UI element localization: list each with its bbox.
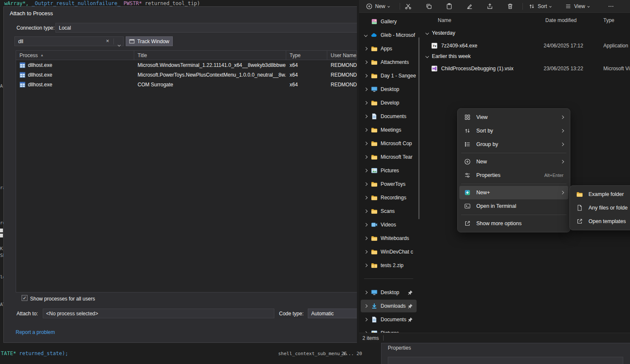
code-token: PWSTR* bbox=[121, 0, 145, 6]
context-menu-item-open-in-terminal[interactable]: Open in Terminal bbox=[459, 199, 568, 213]
process-row[interactable]: dllhost.exe Microsoft.PowerToys.NewPlusC… bbox=[16, 70, 357, 80]
nav-item-videos[interactable]: Videos bbox=[361, 218, 417, 231]
copy-button[interactable] bbox=[422, 1, 436, 11]
context-menu-item-properties[interactable]: Properties Alt+Enter bbox=[459, 168, 568, 182]
chevron-right-icon[interactable] bbox=[364, 156, 368, 158]
code-type-value: Automatic bbox=[311, 311, 334, 317]
submenu-item-any-files[interactable]: Any files or folde bbox=[572, 201, 630, 215]
items-count: 2 items bbox=[362, 335, 379, 341]
new-button[interactable]: New bbox=[362, 1, 393, 11]
chevron-down-icon[interactable] bbox=[364, 34, 368, 36]
chevron-right-icon[interactable] bbox=[364, 196, 368, 199]
share-button[interactable] bbox=[483, 1, 497, 11]
context-menu-item-view[interactable]: View bbox=[459, 110, 568, 124]
nav-item-onedrive-gleb[interactable]: Gleb - Microsof bbox=[361, 29, 417, 41]
nav-item-windevchat[interactable]: WinDevChat c bbox=[361, 245, 417, 258]
column-header-title[interactable]: Title bbox=[134, 51, 286, 60]
chevron-right-icon[interactable] bbox=[364, 251, 368, 253]
nav-item-recordings[interactable]: Recordings bbox=[361, 191, 417, 204]
sort-button[interactable]: Sort bbox=[525, 1, 555, 11]
column-header-process[interactable]: Process ▲ bbox=[16, 51, 134, 60]
submenu-item-open-templates[interactable]: Open templates bbox=[572, 215, 630, 228]
nav-item-desktop-pinned[interactable]: Desktop bbox=[361, 286, 417, 299]
chevron-right-icon[interactable] bbox=[364, 115, 368, 118]
nav-item-day1[interactable]: Day 1 - Sangee bbox=[361, 69, 417, 82]
clear-filter-button[interactable]: × bbox=[105, 38, 111, 44]
chevron-right-icon[interactable] bbox=[364, 61, 368, 63]
submenu-item-example-folder[interactable]: Example folder bbox=[572, 188, 630, 201]
chevron-right-icon[interactable] bbox=[364, 318, 368, 321]
column-header-name[interactable]: Name bbox=[438, 17, 451, 23]
chevron-right-icon[interactable] bbox=[364, 88, 368, 91]
chevron-right-icon[interactable] bbox=[364, 223, 368, 226]
nav-item-pictures[interactable]: Pictures bbox=[361, 164, 417, 177]
chevron-right-icon[interactable] bbox=[364, 210, 368, 212]
code-token: returned_tool_tip) bbox=[145, 0, 200, 6]
context-menu-item-group-by[interactable]: Group by bbox=[459, 138, 568, 151]
see-more-button[interactable] bbox=[604, 1, 618, 11]
pictures-icon bbox=[371, 167, 378, 174]
chevron-right-icon[interactable] bbox=[364, 169, 368, 172]
nav-item-apps[interactable]: Apps bbox=[361, 42, 417, 55]
report-problem-link[interactable]: Report a problem bbox=[16, 329, 55, 335]
nav-item-gallery[interactable]: Gallery bbox=[361, 15, 417, 28]
context-menu-item-sort-by[interactable]: Sort by bbox=[459, 124, 568, 138]
process-filter-input[interactable] bbox=[15, 37, 99, 46]
attach-to-field[interactable] bbox=[43, 309, 274, 318]
file-row-childprocessdebugging[interactable]: ChildProcessDebugging (1).vsix bbox=[431, 63, 514, 74]
open-external-icon bbox=[576, 218, 583, 225]
nav-scrollbar[interactable] bbox=[418, 37, 420, 219]
group-header-yesterday[interactable]: Yesterday bbox=[426, 30, 455, 36]
paste-button[interactable] bbox=[442, 1, 456, 11]
connection-type-value: Local bbox=[59, 25, 71, 31]
track-window-button[interactable]: Track Window bbox=[126, 36, 173, 46]
process-row[interactable]: dllhost.exe COM Surrogate x64 REDMOND bbox=[16, 80, 357, 89]
nav-item-powertoys[interactable]: PowerToys bbox=[361, 178, 417, 190]
nav-item-label: tests 2.zip bbox=[381, 262, 417, 268]
nav-item-label: Documents bbox=[381, 113, 417, 119]
chevron-right-icon[interactable] bbox=[364, 47, 368, 50]
nav-item-scans[interactable]: Scans bbox=[361, 205, 417, 218]
properties-combobox[interactable] bbox=[388, 357, 623, 364]
chevron-right-icon[interactable] bbox=[364, 264, 368, 267]
nav-item-microsoft-copilot[interactable]: Microsoft Cop bbox=[361, 137, 417, 150]
context-menu-item-new[interactable]: New bbox=[459, 155, 568, 168]
nav-item-develop[interactable]: Develop bbox=[361, 97, 417, 109]
nav-item-attachments[interactable]: Attachments bbox=[361, 56, 417, 69]
chevron-right-icon[interactable] bbox=[364, 291, 368, 294]
chevron-right-icon[interactable] bbox=[364, 237, 368, 240]
rename-button[interactable] bbox=[462, 1, 477, 11]
column-header-type[interactable]: Type bbox=[603, 17, 614, 23]
context-menu-item-show-more-options[interactable]: Show more options bbox=[459, 217, 568, 230]
chevron-right-icon[interactable] bbox=[364, 74, 368, 77]
cut-button[interactable] bbox=[401, 1, 415, 11]
column-header-date-modified[interactable]: Date modified bbox=[545, 17, 577, 23]
file-row-7z2409[interactable]: 7z2409-x64.exe bbox=[431, 41, 477, 51]
connection-type-select[interactable]: Local bbox=[55, 23, 357, 33]
process-title: Microsoft.WindowsTerminal_1.22.11141.0_x… bbox=[138, 62, 286, 68]
column-header-type[interactable]: Type bbox=[286, 51, 327, 60]
nav-item-meetings[interactable]: Meetings bbox=[361, 124, 417, 136]
nav-item-tests-zip[interactable]: tests 2.zip bbox=[361, 259, 417, 272]
chevron-right-icon[interactable] bbox=[364, 142, 368, 145]
code-type-select[interactable]: Automatic bbox=[308, 309, 357, 318]
filter-dropdown-chevron-icon[interactable] bbox=[118, 40, 120, 48]
nav-item-downloads-pinned[interactable]: Downloads bbox=[361, 300, 417, 312]
nav-item-whiteboards[interactable]: Whiteboards bbox=[361, 232, 417, 245]
nav-item-desktop[interactable]: Desktop bbox=[361, 83, 417, 96]
nav-item-documents-pinned[interactable]: Documents bbox=[361, 313, 417, 326]
chevron-right-icon[interactable] bbox=[364, 102, 368, 104]
nav-item-documents[interactable]: Documents bbox=[361, 110, 417, 123]
chevron-right-icon[interactable] bbox=[364, 129, 368, 131]
new-plus-circle-icon bbox=[464, 158, 471, 165]
process-row[interactable]: dllhost.exe Microsoft.WindowsTerminal_1.… bbox=[16, 60, 357, 70]
nav-item-microsoft-teams[interactable]: Microsoft Tear bbox=[361, 151, 417, 163]
column-header-user[interactable]: User Name bbox=[327, 51, 357, 60]
show-all-users-checkbox[interactable]: ✓ bbox=[22, 295, 28, 301]
delete-button[interactable] bbox=[503, 1, 517, 11]
chevron-right-icon[interactable] bbox=[364, 305, 368, 307]
context-menu-item-new-plus[interactable]: New+ bbox=[459, 186, 568, 199]
view-button[interactable]: View bbox=[561, 1, 593, 11]
chevron-right-icon[interactable] bbox=[364, 183, 368, 185]
group-header-earlier-this-week[interactable]: Earlier this week bbox=[426, 53, 471, 59]
